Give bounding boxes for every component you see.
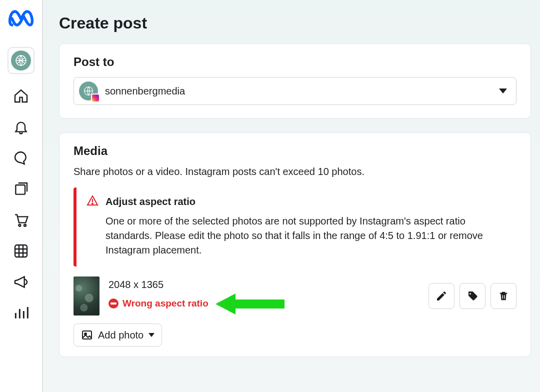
media-card: Media Share photos or a video. Instagram… bbox=[59, 132, 531, 357]
svg-rect-1 bbox=[16, 185, 25, 194]
media-item-row: 2048 x 1365 Wrong aspect ratio bbox=[74, 276, 516, 316]
svg-point-3 bbox=[24, 224, 26, 226]
svg-point-2 bbox=[18, 224, 20, 226]
post-to-card: Post to sonnenbergmedia bbox=[59, 44, 531, 118]
account-name: sonnenbergmedia bbox=[105, 86, 185, 97]
chat-icon[interactable] bbox=[12, 149, 30, 167]
image-icon bbox=[81, 329, 93, 341]
media-error-text: Wrong aspect ratio bbox=[122, 298, 208, 309]
cart-icon[interactable] bbox=[12, 211, 30, 229]
main-content: Create post Post to sonnenbergmedia Medi… bbox=[43, 0, 540, 392]
aspect-ratio-warning: Adjust aspect ratio One or more of the s… bbox=[74, 188, 516, 266]
bars-icon[interactable] bbox=[12, 304, 30, 322]
tag-media-button[interactable] bbox=[460, 283, 486, 309]
home-icon[interactable] bbox=[12, 87, 30, 105]
media-thumbnail[interactable] bbox=[74, 276, 100, 316]
warning-triangle-icon bbox=[86, 194, 98, 209]
profile-selector[interactable] bbox=[8, 47, 34, 74]
svg-point-6 bbox=[92, 203, 93, 204]
svg-rect-7 bbox=[82, 331, 92, 339]
megaphone-icon[interactable] bbox=[12, 273, 30, 291]
add-photo-button[interactable]: Add photo bbox=[74, 324, 162, 346]
chevron-down-icon bbox=[148, 333, 154, 337]
instagram-badge-icon bbox=[91, 94, 100, 102]
pages-icon[interactable] bbox=[12, 180, 30, 198]
profile-avatar-icon bbox=[11, 50, 31, 70]
media-label: Media bbox=[74, 144, 516, 158]
chevron-down-icon bbox=[499, 88, 507, 94]
annotation-arrow-icon bbox=[216, 294, 286, 314]
add-photo-label: Add photo bbox=[98, 330, 144, 341]
page-title: Create post bbox=[59, 14, 531, 32]
account-avatar-icon bbox=[79, 82, 98, 100]
warning-title: Adjust aspect ratio bbox=[106, 196, 196, 208]
meta-logo[interactable] bbox=[8, 10, 34, 29]
delete-media-button[interactable] bbox=[490, 283, 516, 309]
warning-body: One or more of the selected photos are n… bbox=[86, 214, 508, 258]
media-error: Wrong aspect ratio bbox=[108, 294, 420, 314]
stop-icon bbox=[108, 298, 118, 308]
svg-rect-4 bbox=[15, 245, 27, 257]
account-dropdown[interactable]: sonnenbergmedia bbox=[74, 77, 516, 105]
grid-icon[interactable] bbox=[12, 242, 30, 260]
bell-icon[interactable] bbox=[12, 118, 30, 136]
media-dimensions: 2048 x 1365 bbox=[108, 279, 420, 290]
left-sidebar bbox=[0, 0, 43, 392]
post-to-label: Post to bbox=[74, 55, 516, 69]
edit-media-button[interactable] bbox=[428, 283, 454, 309]
media-subtitle: Share photos or a video. Instagram posts… bbox=[74, 166, 516, 178]
